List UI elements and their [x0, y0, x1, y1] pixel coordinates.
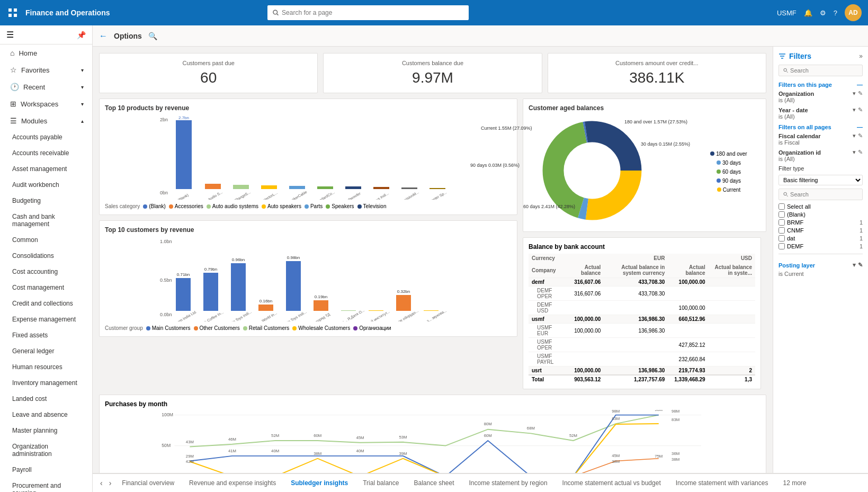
sidebar-module-payroll[interactable]: Payroll [0, 462, 92, 478]
checkbox-brmf-count: 1 [860, 219, 863, 226]
tab-subledger[interactable]: Subledger insights [283, 474, 355, 492]
legend-accessories: Accessories [169, 203, 203, 209]
fiscal-dropdown-icon[interactable]: ▾ [853, 132, 856, 139]
sidebar-module-master-planning[interactable]: Master planning [0, 423, 92, 439]
svg-text:TelevisionM...: TelevisionM... [398, 190, 419, 200]
legend-retail: Retail Customers [243, 325, 290, 331]
checkbox-demf[interactable]: DEMF 1 [778, 243, 863, 249]
sidebar-item-home[interactable]: ⌂ Home [0, 44, 92, 61]
sidebar-module-landed-cost[interactable]: Landed cost [0, 391, 92, 407]
sidebar-item-recent[interactable]: 🕐 Recent ▾ [0, 78, 92, 95]
checkbox-cnmf-input[interactable] [778, 227, 785, 234]
filters-expand-icon[interactable]: » [859, 52, 863, 60]
global-search[interactable] [267, 5, 469, 20]
checkbox-brmf-input[interactable] [778, 219, 785, 226]
tab-income-region[interactable]: Income statement by region [462, 474, 555, 492]
sidebar-module-organization-administration[interactable]: Organization administration [0, 439, 92, 462]
sidebar-item-modules[interactable]: ☰ Modules ▴ [0, 112, 92, 129]
posting-edit-icon[interactable]: ✎ [858, 262, 863, 269]
sidebar-module-consolidations[interactable]: Consolidations [0, 248, 92, 264]
svg-point-64 [565, 143, 620, 199]
orgid-edit-icon[interactable]: ✎ [858, 149, 863, 156]
aged-label-90: 90 days 0.03M (0.56%) [470, 163, 520, 168]
sidebar-item-workspaces[interactable]: ⊞ Workspaces ▾ [0, 95, 92, 112]
svg-text:83M: 83M [672, 417, 679, 422]
tab-more[interactable]: 12 more [775, 474, 813, 492]
all-pages-collapse-icon[interactable]: — [857, 124, 863, 130]
tab-trial-balance[interactable]: Trial balance [355, 474, 406, 492]
tab-income-variances[interactable]: Income statement with variances [668, 474, 776, 492]
sidebar-item-favorites[interactable]: ☆ Favorites ▾ [0, 61, 92, 78]
hamburger-icon[interactable]: ☰ [6, 30, 14, 40]
sidebar-module-credit-and-collections[interactable]: Credit and collections [0, 296, 92, 311]
avatar[interactable]: AD [845, 4, 862, 21]
filter-search-secondary-input[interactable] [790, 191, 858, 198]
back-button[interactable]: ← [99, 31, 108, 41]
posting-dropdown-icon[interactable]: ▾ [853, 262, 856, 269]
checkbox-demf-input[interactable] [778, 243, 785, 249]
collapse-icon[interactable]: — [857, 82, 863, 88]
posting-layer-label: Posting layer ▾ ✎ [778, 262, 863, 269]
bell-icon[interactable]: 🔔 [804, 9, 812, 17]
sidebar-module-inventory-management[interactable]: Inventory management [0, 375, 92, 391]
clock-icon: 🕐 [10, 83, 19, 91]
checkbox-blank-input[interactable] [778, 211, 785, 218]
sidebar-module-asset-management[interactable]: Asset management [0, 161, 92, 177]
year-dropdown-icon[interactable]: ▾ [853, 106, 856, 113]
filter-type-select[interactable]: Basic filtering Advanced filtering [778, 175, 863, 185]
search-input[interactable] [282, 9, 463, 16]
svg-text:75M: 75M [655, 454, 663, 459]
filter-search-secondary[interactable] [778, 189, 863, 200]
org-dropdown-icon[interactable]: ▾ [853, 90, 856, 97]
sidebar-module-common[interactable]: Common [0, 232, 92, 248]
tab-balance-sheet[interactable]: Balance sheet [406, 474, 461, 492]
svg-text:36M: 36M [672, 451, 679, 456]
checkbox-dat[interactable]: dat 1 [778, 235, 863, 241]
sidebar-module-procurement-and-sourcing[interactable]: Procurement and sourcing [0, 478, 92, 492]
sidebar-module-expense-management[interactable]: Expense management [0, 311, 92, 327]
tab-next-button[interactable]: › [106, 479, 115, 487]
sidebar-module-accounts-payable[interactable]: Accounts payable [0, 129, 92, 145]
help-icon[interactable]: ? [834, 9, 837, 17]
filter-org-id: Organization id ▾ ✎ is (All) [778, 149, 863, 162]
fiscal-edit-icon[interactable]: ✎ [858, 132, 863, 139]
sidebar-module-budgeting[interactable]: Budgeting [0, 193, 92, 209]
svg-line-115 [786, 71, 788, 73]
checkbox-dat-input[interactable] [778, 235, 785, 241]
orgid-dropdown-icon[interactable]: ▾ [853, 149, 856, 156]
gear-icon[interactable]: ⚙ [820, 9, 826, 17]
filter-search-box[interactable] [778, 65, 863, 76]
sidebar-module-cost-management[interactable]: Cost management [0, 280, 92, 296]
sidebar-module-general-ledger[interactable]: General ledger [0, 343, 92, 359]
sidebar-module-audit-workbench[interactable]: Audit workbench [0, 177, 92, 193]
sidebar-module-human-resources[interactable]: Human resources [0, 359, 92, 375]
tab-income-actual-budget[interactable]: Income statement actual vs budget [555, 474, 668, 492]
sidebar-module-accounts-receivable[interactable]: Accounts receivable [0, 145, 92, 161]
org-edit-icon[interactable]: ✎ [858, 90, 863, 97]
sidebar-module-fixed-assets[interactable]: Fixed assets [0, 327, 92, 343]
tab-financial-overview[interactable]: Financial overview [114, 474, 182, 492]
svg-rect-40 [286, 261, 301, 311]
sub-col-eur-system: Actual balance in system currency [604, 263, 668, 278]
sidebar-module-cost-accounting[interactable]: Cost accounting [0, 264, 92, 280]
fiscal-value: is Fiscal [778, 139, 863, 146]
pin-icon[interactable]: 📌 [77, 31, 86, 39]
sidebar-module-leave-and-absence[interactable]: Leave and absence [0, 407, 92, 423]
app-grid-icon[interactable] [6, 6, 19, 19]
svg-text:0.71bn: 0.71bn [177, 272, 190, 277]
year-edit-icon[interactable]: ✎ [858, 106, 863, 113]
top10-products-chart: Top 10 products by revenue 2bn 0bn 2.7bn [99, 99, 517, 215]
svg-rect-18 [429, 188, 445, 189]
checkbox-select-all-input[interactable] [778, 203, 785, 210]
tab-revenue-expense[interactable]: Revenue and expense insights [182, 474, 283, 492]
svg-text:83M: 83M [612, 416, 620, 421]
checkbox-brmf[interactable]: BRMF 1 [778, 219, 863, 226]
toolbar-search-icon[interactable]: 🔍 [148, 32, 157, 40]
legend-other: Other Customers [194, 325, 240, 331]
filter-search-input[interactable] [790, 67, 858, 74]
checkbox-blank[interactable]: (Blank) [778, 211, 863, 218]
checkbox-cnmf[interactable]: CNMF 1 [778, 227, 863, 234]
sidebar-module-cash-and-bank-management[interactable]: Cash and bank management [0, 209, 92, 232]
tab-prev-button[interactable]: ‹ [97, 479, 106, 487]
checkbox-select-all[interactable]: Select all [778, 203, 863, 210]
